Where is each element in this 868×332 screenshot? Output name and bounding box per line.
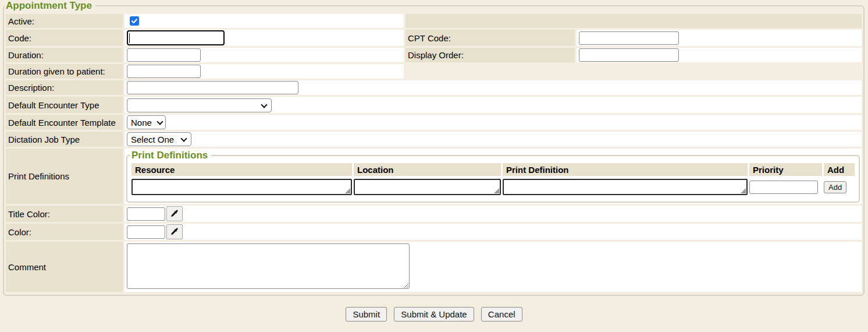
location-listbox[interactable] (354, 179, 501, 195)
form-row-duration: Duration: Display Order: (6, 48, 862, 62)
encounter-template-label: Default Encounter Template (6, 115, 123, 130)
description-label: Description: (6, 80, 123, 95)
resource-listbox[interactable] (131, 179, 352, 195)
appointment-type-fieldset: Appointment Type Active: Code: CPT Code: (3, 0, 865, 296)
title-color-input[interactable] (127, 207, 165, 221)
dictation-job-type-select[interactable]: Select One (127, 132, 191, 146)
priority-cell (749, 178, 822, 196)
print-definitions-input-row: Add (131, 178, 855, 196)
form-row-code: Code: CPT Code: (6, 30, 862, 46)
duration-patient-cell (124, 64, 404, 79)
title-color-label: Title Color: (6, 206, 123, 222)
print-definitions-table: Resource Location Print Definition Prior… (130, 161, 856, 198)
encounter-type-select[interactable] (127, 98, 272, 112)
active-checkbox[interactable] (130, 16, 139, 26)
encounter-template-cell: None (124, 115, 862, 130)
cpt-code-cell (577, 30, 862, 46)
chevron-down-icon (156, 118, 163, 125)
appointment-type-form-table: Active: Code: CPT Code: Duration: (4, 12, 863, 294)
location-cell (354, 178, 501, 196)
add-column-header: Add (824, 163, 855, 176)
form-row-duration-patient: Duration given to patient: (6, 64, 862, 79)
encounter-template-selected-value: None (131, 118, 152, 128)
text-caret (129, 33, 130, 43)
form-row-description: Description: (6, 80, 862, 95)
duration-cell (124, 48, 404, 62)
submit-button[interactable]: Submit (346, 307, 387, 322)
description-cell (124, 80, 862, 95)
priority-column-header: Priority (749, 163, 822, 176)
encounter-template-select[interactable]: None (127, 115, 166, 129)
duration-label: Duration: (6, 48, 123, 62)
eyedropper-icon (170, 227, 179, 236)
cpt-code-input[interactable] (579, 31, 679, 45)
comment-textarea[interactable] (127, 243, 410, 289)
appointment-type-title: Appointment Type (5, 0, 95, 12)
print-definitions-cell: Print Definitions Resource Location Prin… (124, 149, 862, 204)
form-row-print-definitions: Print Definitions Print Definitions Reso… (6, 149, 862, 204)
code-cell (124, 30, 404, 46)
chevron-down-icon (261, 101, 267, 108)
code-input[interactable] (127, 30, 225, 45)
priority-input[interactable] (749, 181, 818, 194)
display-order-label: Display Order: (405, 48, 575, 62)
color-cell (124, 224, 862, 240)
comment-cell (124, 242, 862, 292)
add-button[interactable]: Add (824, 181, 846, 193)
active-label: Active: (6, 14, 123, 28)
print-definition-column-header: Print Definition (503, 163, 748, 176)
resize-grip-icon[interactable] (345, 188, 350, 193)
location-column-header: Location (354, 163, 501, 176)
duration-patient-row-spacer (405, 64, 862, 79)
color-input[interactable] (127, 225, 165, 239)
form-row-dictation-job-type: Dictation Job Type Select One (6, 132, 862, 147)
check-icon (131, 17, 138, 24)
description-input[interactable] (127, 81, 298, 94)
active-row-filler (405, 14, 862, 28)
form-row-active: Active: (6, 14, 862, 28)
resize-grip-icon[interactable] (494, 188, 499, 193)
print-definitions-row-label: Print Definitions (6, 149, 123, 204)
dictation-job-type-label: Dictation Job Type (6, 132, 123, 147)
display-order-input[interactable] (579, 48, 679, 62)
print-definitions-title: Print Definitions (130, 150, 211, 161)
cpt-code-label: CPT Code: (405, 30, 575, 46)
resource-cell (131, 178, 352, 196)
duration-patient-input[interactable] (127, 65, 201, 78)
code-label: Code: (6, 30, 123, 46)
form-row-encounter-type: Default Encounter Type (6, 97, 862, 113)
encounter-type-cell (124, 97, 862, 113)
duration-input[interactable] (127, 48, 201, 62)
form-row-encounter-template: Default Encounter Template None (6, 115, 862, 130)
print-definitions-header-row: Resource Location Print Definition Prior… (131, 163, 855, 176)
display-order-cell (577, 48, 862, 62)
cancel-button[interactable]: Cancel (481, 307, 522, 322)
dictation-job-type-selected-value: Select One (131, 135, 174, 144)
color-label: Color: (6, 224, 123, 240)
duration-patient-label: Duration given to patient: (6, 64, 123, 79)
title-color-picker-button[interactable] (166, 206, 183, 221)
dictation-job-type-cell: Select One (124, 132, 862, 147)
encounter-type-label: Default Encounter Type (6, 97, 123, 113)
form-row-comment: Comment (6, 242, 862, 292)
form-row-color: Color: (6, 224, 862, 240)
eyedropper-icon (170, 209, 179, 218)
add-cell: Add (824, 178, 855, 196)
active-cell (124, 14, 404, 28)
print-definitions-fieldset: Print Definitions Resource Location Prin… (126, 150, 860, 203)
title-color-cell (124, 206, 862, 222)
submit-and-update-button[interactable]: Submit & Update (394, 307, 474, 322)
resource-column-header: Resource (131, 163, 352, 176)
resize-grip-icon[interactable] (741, 188, 746, 193)
form-actions-bar: Submit Submit & Update Cancel (0, 307, 868, 322)
comment-label: Comment (6, 242, 123, 292)
print-definition-listbox[interactable] (503, 179, 748, 195)
print-definition-cell (503, 178, 748, 196)
form-row-title-color: Title Color: (6, 206, 862, 222)
chevron-down-icon (180, 135, 187, 142)
color-picker-button[interactable] (166, 224, 183, 239)
